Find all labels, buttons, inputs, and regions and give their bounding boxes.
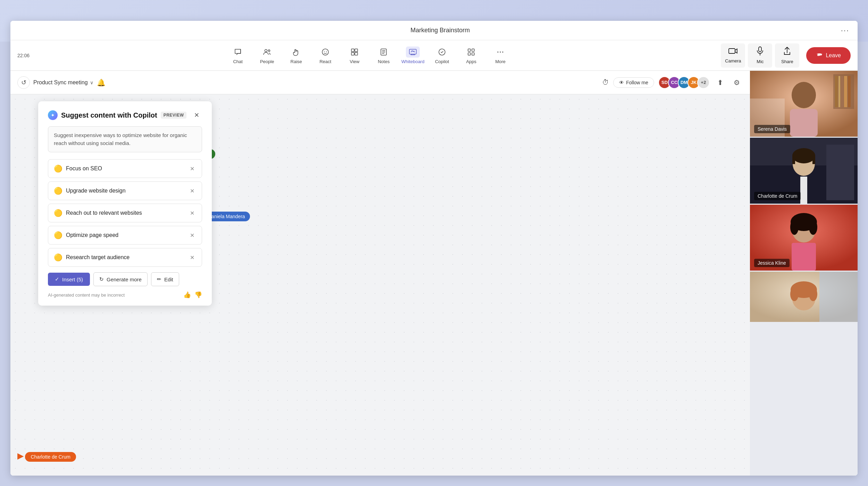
- suggestion-item-4[interactable]: 🟡 Optimize page speed ✕: [48, 226, 202, 245]
- people-label: People: [260, 59, 274, 64]
- edit-label: Edit: [164, 276, 173, 282]
- copilot-prompt-box: Suggest inexpensive ways to optimize web…: [48, 126, 202, 152]
- suggestion-icon-2: 🟡: [54, 187, 62, 195]
- svg-rect-30: [848, 76, 851, 107]
- toolbar-apps[interactable]: Apps: [457, 43, 485, 68]
- video-tile-jessica[interactable]: Jessica Kline: [750, 205, 858, 271]
- toolbar-whiteboard[interactable]: Whiteboard: [399, 43, 427, 68]
- toolbar-view[interactable]: View: [341, 43, 368, 68]
- follow-me-icon: 👁: [619, 80, 624, 85]
- avatar-overflow[interactable]: +2: [697, 76, 710, 89]
- svg-rect-28: [841, 76, 843, 107]
- svg-rect-40: [800, 177, 807, 204]
- svg-rect-38: [812, 156, 815, 164]
- generate-more-button[interactable]: ↻ Generate more: [93, 272, 148, 286]
- notes-label: Notes: [378, 59, 390, 64]
- wb-refresh-button[interactable]: ↺: [17, 76, 30, 89]
- svg-point-1: [268, 50, 270, 52]
- leave-phone-icon: [816, 52, 823, 59]
- content-area: ↺ Product Sync meeting ∨ 🔔 ⏱ 👁 Follow me: [10, 71, 858, 476]
- suggestion-item-3[interactable]: 🟡 Reach out to relevant websites ✕: [48, 204, 202, 222]
- video-tile-4[interactable]: [750, 272, 858, 322]
- leave-button[interactable]: Leave: [806, 47, 851, 64]
- meeting-name-dropdown[interactable]: Product Sync meeting ∨: [33, 79, 93, 86]
- suggestion-item-1[interactable]: 🟡 Focus on SEO ✕: [48, 159, 202, 178]
- notification-bell-icon[interactable]: 🔔: [97, 78, 106, 87]
- svg-rect-5: [351, 49, 354, 52]
- suggestion-item-2[interactable]: 🟡 Upgrade website design ✕: [48, 181, 202, 200]
- mic-button[interactable]: Mic: [748, 43, 772, 68]
- mic-label: Mic: [757, 59, 763, 64]
- suggestion-icon-1: 🟡: [54, 164, 62, 173]
- share-button[interactable]: Share: [775, 43, 799, 68]
- video-name-charlotte: Charlotte de Crum: [754, 192, 801, 200]
- suggestion-close-1[interactable]: ✕: [188, 164, 196, 173]
- svg-rect-37: [792, 156, 795, 164]
- camera-label: Camera: [725, 58, 741, 63]
- copilot-label: Copilot: [435, 59, 449, 64]
- suggestion-left-2: 🟡 Upgrade website design: [54, 187, 126, 195]
- svg-point-45: [809, 220, 817, 235]
- wb-toolbar: ↺ Product Sync meeting ∨ 🔔 ⏱ 👁 Follow me: [10, 71, 750, 94]
- svg-rect-7: [351, 52, 354, 55]
- whiteboard-area[interactable]: ↺ Product Sync meeting ∨ 🔔 ⏱ 👁 Follow me: [10, 71, 750, 476]
- edit-button[interactable]: ✏ Edit: [151, 272, 179, 286]
- generate-label: Generate more: [107, 276, 142, 282]
- video-tile-4-image: [750, 272, 858, 322]
- view-label: View: [350, 59, 359, 64]
- toolbar-copilot[interactable]: Copilot: [428, 43, 456, 68]
- toolbar-raise[interactable]: Raise: [282, 43, 310, 68]
- svg-rect-20: [759, 47, 761, 52]
- toolbar-react[interactable]: React: [311, 43, 339, 68]
- svg-point-4: [326, 51, 327, 52]
- wb-share-button[interactable]: ⬆: [714, 76, 726, 89]
- svg-rect-26: [835, 76, 838, 107]
- camera-button[interactable]: Camera: [721, 43, 745, 68]
- copilot-preview-badge: PREVIEW: [161, 112, 187, 119]
- toolbar-chat[interactable]: Chat: [224, 43, 252, 68]
- suggestion-icon-5: 🟡: [54, 253, 62, 262]
- toolbar-people[interactable]: People: [253, 43, 281, 68]
- insert-label: Insert (5): [62, 276, 83, 282]
- apps-label: Apps: [466, 59, 476, 64]
- ai-feedback-buttons: 👍 👎: [183, 291, 202, 299]
- video-name-jessica: Jessica Kline: [754, 259, 790, 267]
- wb-settings-button[interactable]: ⚙: [731, 76, 743, 89]
- suggestion-close-2[interactable]: ✕: [188, 187, 196, 195]
- toolbar-notes[interactable]: Notes: [370, 43, 398, 68]
- svg-point-23: [792, 82, 816, 108]
- svg-point-44: [790, 220, 799, 235]
- suggestion-label-1: Focus on SEO: [66, 165, 102, 172]
- follow-me-button[interactable]: 👁 Follow me: [613, 77, 654, 88]
- suggestion-item-5[interactable]: 🟡 Research target audience ✕: [48, 248, 202, 267]
- raise-label: Raise: [291, 59, 302, 64]
- svg-rect-24: [790, 109, 818, 137]
- participant-avatars: SD CC DM JK +2: [658, 76, 710, 89]
- cursor-charlotte-de-crum: ▶ Charlotte de Crum: [17, 451, 76, 462]
- raise-icon: [289, 46, 303, 58]
- thumbs-down-button[interactable]: 👎: [194, 291, 202, 299]
- suggestion-close-4[interactable]: ✕: [188, 231, 196, 239]
- svg-point-3: [324, 51, 325, 52]
- video-tile-serena[interactable]: Serena Davis: [750, 71, 858, 137]
- suggestion-close-3[interactable]: ✕: [188, 209, 196, 217]
- window-more-button[interactable]: ···: [841, 26, 849, 35]
- video-panel: Serena Davis: [750, 71, 858, 476]
- suggestion-left-3: 🟡 Reach out to relevant websites: [54, 209, 142, 217]
- suggestion-label-2: Upgrade website design: [66, 188, 126, 194]
- video-tile-charlotte[interactable]: Charlotte de Crum: [750, 138, 858, 204]
- copilot-actions: ✓ Insert (5) ↻ Generate more ✏ Edit: [48, 272, 202, 286]
- share-label: Share: [781, 59, 793, 64]
- suggestion-close-5[interactable]: ✕: [188, 253, 196, 262]
- copilot-close-button[interactable]: ✕: [191, 110, 202, 121]
- whiteboard-icon: [406, 46, 420, 58]
- ai-disclaimer-text: AI-generated content may be incorrect: [48, 292, 125, 298]
- mic-icon: [756, 46, 764, 58]
- toolbar-more[interactable]: More: [486, 43, 514, 68]
- copilot-icon: [435, 46, 449, 58]
- thumbs-up-button[interactable]: 👍: [183, 291, 191, 299]
- wb-toolbar-left: ↺ Product Sync meeting ∨ 🔔: [17, 76, 106, 89]
- copilot-prompt-text: Suggest inexpensive ways to optimize web…: [54, 132, 187, 146]
- insert-button[interactable]: ✓ Insert (5): [48, 273, 90, 286]
- suggestion-label-5: Research target audience: [66, 254, 130, 261]
